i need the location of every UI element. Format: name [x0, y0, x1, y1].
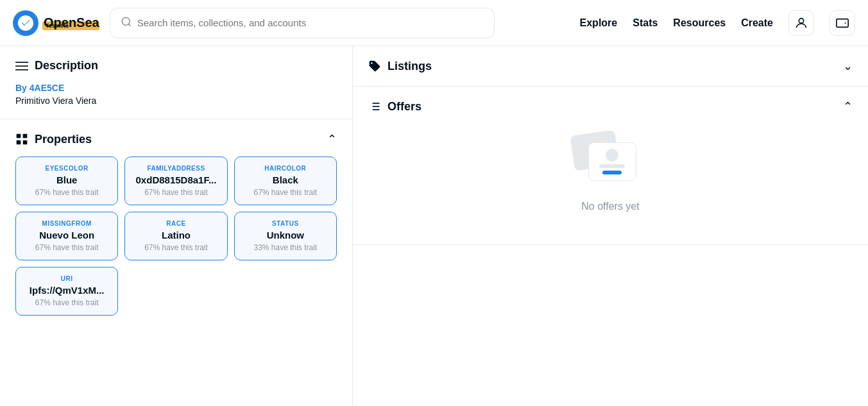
svg-rect-8: [17, 140, 21, 145]
description-icon: [15, 61, 28, 71]
card-front-decoration: [588, 142, 636, 181]
property-card[interactable]: RACE Latino 67% have this trait: [124, 212, 227, 260]
svg-point-1: [799, 18, 803, 22]
creator-address[interactable]: 4AE5CE: [30, 83, 64, 93]
nav-stats[interactable]: Stats: [633, 17, 658, 29]
main-content: Description By 4AE5CE Primitivo Viera Vi…: [0, 46, 868, 406]
offers-section: Offers ⌃ No offers yet: [353, 87, 868, 245]
no-offers-container: No offers yet: [368, 114, 853, 232]
properties-section: Properties ⌃ EYESCOLOR Blue 67% have thi…: [0, 119, 352, 328]
properties-icon: [15, 133, 28, 146]
svg-rect-6: [17, 134, 21, 139]
property-value: Black: [243, 174, 328, 185]
property-rarity: 67% have this trait: [24, 298, 110, 307]
left-panel: Description By 4AE5CE Primitivo Viera Vi…: [0, 46, 353, 406]
search-bar[interactable]: [110, 8, 495, 38]
property-card[interactable]: FAMILYADDRESS 0xdD8815D8a1F... 67% have …: [124, 156, 227, 205]
card-circle-decoration: [606, 149, 618, 162]
property-value: Unknow: [243, 230, 328, 241]
listings-section: Listings ⌄: [353, 46, 868, 87]
listings-title: Listings: [368, 60, 432, 73]
offers-header[interactable]: Offers ⌃: [368, 99, 853, 114]
nav-links: Explore Stats Resources Create: [580, 10, 855, 36]
property-type: EYESCOLOR: [24, 165, 110, 172]
offers-list-icon: [368, 100, 381, 113]
property-card[interactable]: MISSINGFROM Nuevo Leon 67% have this tra…: [15, 212, 118, 260]
card-line-1: [599, 164, 625, 168]
property-type: MISSINGFROM: [24, 220, 110, 227]
property-type: RACE: [133, 220, 219, 227]
svg-rect-9: [23, 140, 28, 145]
svg-rect-7: [23, 134, 28, 139]
logo-area[interactable]: OpenSea Testnets: [13, 10, 99, 36]
svg-point-0: [122, 17, 130, 25]
properties-chevron-icon[interactable]: ⌃: [327, 132, 337, 146]
no-offers-text: No offers yet: [581, 201, 639, 212]
account-icon-button[interactable]: [788, 10, 814, 36]
property-type: HAIRCOLOR: [243, 165, 328, 172]
property-card[interactable]: EYESCOLOR Blue 67% have this trait: [15, 156, 118, 205]
by-label: By 4AE5CE: [15, 83, 337, 93]
header: OpenSea Testnets Explore Stats Resources…: [0, 0, 868, 46]
properties-header: Properties ⌃: [15, 132, 337, 146]
listings-tag-icon: [368, 60, 381, 72]
property-card[interactable]: STATUS Unknow 33% have this trait: [234, 212, 337, 260]
property-type: FAMILYADDRESS: [133, 165, 219, 172]
property-value: Latino: [133, 230, 219, 241]
property-rarity: 67% have this trait: [24, 243, 110, 252]
offers-title: Offers: [368, 100, 421, 114]
properties-grid: EYESCOLOR Blue 67% have this trait FAMIL…: [15, 156, 337, 316]
property-value: Blue: [24, 174, 110, 185]
property-rarity: 33% have this trait: [243, 243, 328, 252]
property-card[interactable]: HAIRCOLOR Black 67% have this trait: [234, 156, 337, 205]
property-type: URI: [24, 275, 110, 282]
nav-resources[interactable]: Resources: [673, 17, 726, 29]
properties-title: Properties: [15, 133, 92, 146]
svg-rect-2: [837, 19, 848, 27]
logo-icon: [13, 10, 38, 36]
search-icon: [121, 16, 132, 30]
collection-name: Primitivo Viera Viera: [15, 96, 337, 106]
wallet-icon-button[interactable]: [830, 10, 855, 36]
property-value: Nuevo Leon: [24, 230, 110, 241]
property-card[interactable]: URI Ipfs://QmV1xM... 67% have this trait: [15, 267, 118, 316]
nav-explore[interactable]: Explore: [580, 17, 618, 29]
by-text: By: [15, 83, 30, 93]
right-panel: Listings ⌄ Offers ⌃: [353, 46, 868, 406]
property-value: 0xdD8815D8a1F...: [133, 174, 219, 185]
listings-chevron-icon[interactable]: ⌄: [843, 59, 853, 73]
property-rarity: 67% have this trait: [133, 243, 219, 252]
property-rarity: 67% have this trait: [24, 188, 110, 197]
offers-chevron-icon[interactable]: ⌃: [843, 99, 853, 114]
card-line-2: [602, 171, 622, 174]
description-section: Description By 4AE5CE Primitivo Viera Vi…: [0, 46, 352, 119]
property-value: Ipfs://QmV1xM...: [24, 285, 110, 296]
listings-header[interactable]: Listings ⌄: [368, 59, 853, 73]
no-offers-illustration: [572, 133, 649, 190]
property-rarity: 67% have this trait: [243, 188, 328, 197]
property-rarity: 67% have this trait: [133, 188, 219, 197]
search-input[interactable]: [137, 17, 484, 28]
nav-create[interactable]: Create: [741, 17, 773, 29]
description-title: Description: [15, 59, 337, 72]
property-type: STATUS: [243, 220, 328, 227]
